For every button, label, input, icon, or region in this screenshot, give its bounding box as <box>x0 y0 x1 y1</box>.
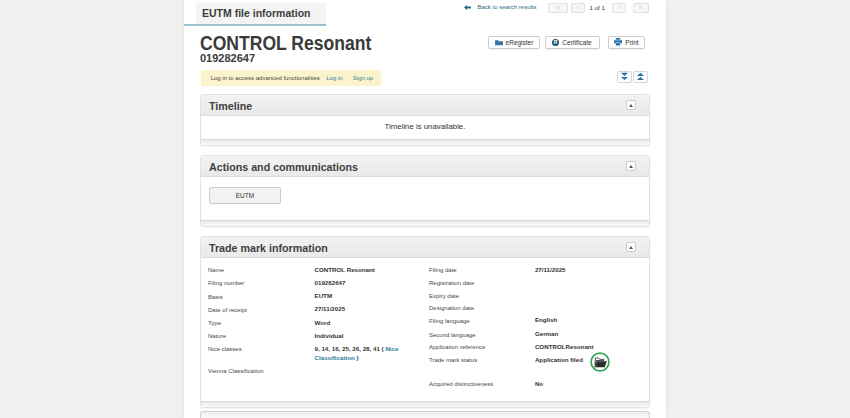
svg-text:R: R <box>554 39 558 45</box>
